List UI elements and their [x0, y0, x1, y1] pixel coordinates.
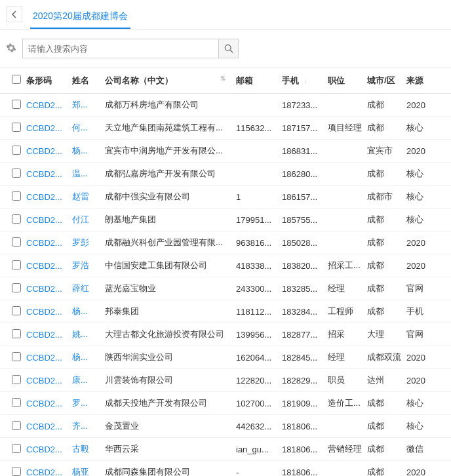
cell-barcode[interactable]: CCBD2... — [26, 169, 72, 179]
cell-barcode[interactable]: CCBD2... — [26, 307, 72, 317]
sort-desc-icon: ↓ — [304, 77, 307, 85]
search-button[interactable] — [219, 39, 239, 58]
table-row[interactable]: CCBD2...付江朗基地产集团179951...185755...成都核心 — [0, 208, 451, 231]
cell-city: 大理 — [367, 328, 406, 340]
cell-barcode[interactable]: CCBD2... — [26, 192, 72, 202]
cell-phone: 186157... — [282, 192, 328, 202]
row-checkbox[interactable] — [12, 100, 21, 109]
cell-city: 成都 — [367, 214, 406, 226]
cell-barcode[interactable]: CCBD2... — [26, 422, 72, 431]
col-barcode[interactable]: 条形码 — [26, 75, 72, 87]
cell-name[interactable]: 姚... — [72, 328, 105, 340]
cell-barcode[interactable]: CCBD2... — [26, 261, 72, 271]
table-row[interactable]: CCBD2...罗...成都天投地产开发有限公司102700...181909.… — [0, 392, 451, 415]
cell-name[interactable]: 康... — [72, 374, 105, 386]
col-city[interactable]: 城市/区 — [367, 75, 406, 87]
table-row[interactable]: CCBD2...温...成都弘嘉房地产开发有限公司186280...成都核心 — [0, 163, 451, 186]
table-body: CCBD2...郑...成都万科房地产有限公司187233...成都2020CC… — [0, 94, 451, 476]
cell-name[interactable]: 古毅 — [72, 443, 105, 455]
row-checkbox[interactable] — [12, 444, 21, 453]
gear-icon[interactable] — [7, 43, 16, 54]
cell-company: 成都融兴科创产业园管理有限... — [105, 237, 236, 248]
table-row[interactable]: CCBD2...赵雷成都中强实业有限公司1186157...成都市核心 — [0, 186, 451, 208]
row-checkbox[interactable] — [12, 375, 21, 384]
cell-name[interactable]: 付江 — [72, 214, 105, 226]
row-checkbox[interactable] — [12, 169, 21, 178]
cell-name[interactable]: 何... — [72, 122, 105, 134]
row-checkbox[interactable] — [12, 398, 21, 407]
cell-source: 2020 — [406, 353, 439, 363]
table-row[interactable]: CCBD2...康...川雲装饰有限公司122820...182829...职员… — [0, 369, 451, 392]
cell-position: 造价工... — [328, 397, 367, 409]
col-name[interactable]: 姓名 — [72, 75, 105, 87]
cell-barcode[interactable]: CCBD2... — [26, 146, 72, 156]
table-row[interactable]: CCBD2...杨...陕西华润实业公司162064...182845...经理… — [0, 346, 451, 369]
select-all-checkbox[interactable] — [12, 75, 21, 84]
table-row[interactable]: CCBD2...姚...大理古都文化旅游投资有限公司139956...18287… — [0, 323, 451, 346]
row-checkbox[interactable] — [12, 329, 21, 338]
cell-name[interactable]: 杨... — [72, 351, 105, 363]
col-company[interactable]: 公司名称（中文） ⇅ — [105, 75, 236, 87]
cell-barcode[interactable]: CCBD2... — [26, 123, 72, 133]
cell-position: 经理 — [328, 283, 367, 294]
table-row[interactable]: CCBD2...杨...宜宾市中润房地产开发有限公...186831...宜宾市… — [0, 140, 451, 163]
cell-barcode[interactable]: CCBD2... — [26, 284, 72, 294]
row-checkbox[interactable] — [12, 146, 21, 155]
row-checkbox[interactable] — [12, 237, 21, 247]
cell-name[interactable]: 薛红 — [72, 283, 105, 294]
col-email[interactable]: 邮箱 — [236, 75, 282, 87]
cell-name[interactable]: 温... — [72, 168, 105, 180]
cell-position: 营销经理 — [328, 443, 367, 455]
search-icon — [224, 44, 233, 53]
cell-barcode[interactable]: CCBD2... — [26, 467, 72, 477]
cell-name[interactable]: 罗彭 — [72, 237, 105, 248]
tab-event[interactable]: 2020第20届成都建博会 — [30, 5, 130, 29]
table-row[interactable]: CCBD2...杨亚成都同森集团有限公司-181806...成都2020 — [0, 461, 451, 476]
cell-barcode[interactable]: CCBD2... — [26, 399, 72, 408]
search-input[interactable] — [22, 39, 219, 58]
table-header: 条形码 姓名 公司名称（中文） ⇅ 邮箱 手机 ↓ 职位 城市/区 来源 — [0, 68, 451, 94]
table-row[interactable]: CCBD2...何...天立地产集团南苑建筑工程有...115632...187… — [0, 117, 451, 140]
cell-barcode[interactable]: CCBD2... — [26, 238, 72, 248]
col-position[interactable]: 职位 — [328, 75, 367, 87]
cell-source: 手机 — [406, 306, 439, 317]
table-row[interactable]: CCBD2...古毅华西云采ian_gu...181806...营销经理成都微信 — [0, 438, 451, 461]
cell-name[interactable]: 杨... — [72, 306, 105, 317]
row-checkbox[interactable] — [12, 260, 21, 269]
cell-phone: 181909... — [282, 399, 328, 408]
cell-position: 工程师 — [328, 306, 367, 317]
cell-barcode[interactable]: CCBD2... — [26, 330, 72, 340]
table-row[interactable]: CCBD2...杨...邦泰集团118112...183284...工程师成都手… — [0, 300, 451, 323]
cell-name[interactable]: 罗浩 — [72, 260, 105, 271]
row-checkbox[interactable] — [12, 306, 21, 315]
cell-city: 达州 — [367, 374, 406, 386]
cell-barcode[interactable]: CCBD2... — [26, 353, 72, 363]
cell-barcode[interactable]: CCBD2... — [26, 445, 72, 454]
row-checkbox[interactable] — [12, 421, 21, 430]
back-button[interactable] — [7, 7, 22, 22]
cell-name[interactable]: 赵雷 — [72, 191, 105, 203]
cell-name[interactable]: 杨... — [72, 145, 105, 157]
table-row[interactable]: CCBD2...齐...金茂置业442632...181806...成都核心 — [0, 415, 451, 438]
table-row[interactable]: CCBD2...薛红蓝光嘉宝物业243300...183285...经理成都官网 — [0, 277, 451, 300]
cell-name[interactable]: 齐... — [72, 420, 105, 432]
col-source[interactable]: 来源 — [406, 75, 439, 87]
row-checkbox[interactable] — [12, 123, 21, 132]
table-row[interactable]: CCBD2...罗彭成都融兴科创产业园管理有限...963816...18502… — [0, 231, 451, 254]
cell-barcode[interactable]: CCBD2... — [26, 215, 72, 225]
cell-name[interactable]: 郑... — [72, 99, 105, 111]
cell-company: 大理古都文化旅游投资有限公司 — [105, 328, 236, 340]
row-checkbox[interactable] — [12, 283, 21, 292]
table-row[interactable]: CCBD2...郑...成都万科房地产有限公司187233...成都2020 — [0, 94, 451, 117]
cell-position: 职员 — [328, 374, 367, 386]
row-checkbox[interactable] — [12, 352, 21, 361]
col-phone[interactable]: 手机 ↓ — [282, 75, 328, 87]
cell-barcode[interactable]: CCBD2... — [26, 376, 72, 386]
row-checkbox[interactable] — [12, 214, 21, 224]
row-checkbox[interactable] — [12, 191, 21, 201]
row-checkbox[interactable] — [12, 467, 21, 476]
cell-name[interactable]: 罗... — [72, 397, 105, 409]
cell-barcode[interactable]: CCBD2... — [26, 100, 72, 110]
table-row[interactable]: CCBD2...罗浩中信国安建工集团有限公司418338...183820...… — [0, 254, 451, 277]
cell-name[interactable]: 杨亚 — [72, 466, 105, 476]
